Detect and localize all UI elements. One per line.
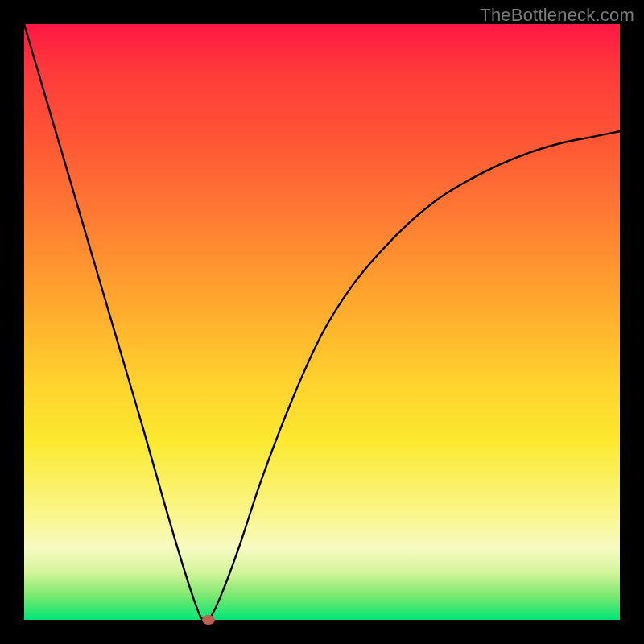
optimum-marker [202, 615, 215, 625]
bottleneck-curve-path [24, 24, 620, 620]
plot-area [24, 24, 620, 620]
chart-frame: TheBottleneck.com [0, 0, 644, 644]
curve-svg [24, 24, 620, 620]
attribution-text: TheBottleneck.com [480, 5, 634, 26]
